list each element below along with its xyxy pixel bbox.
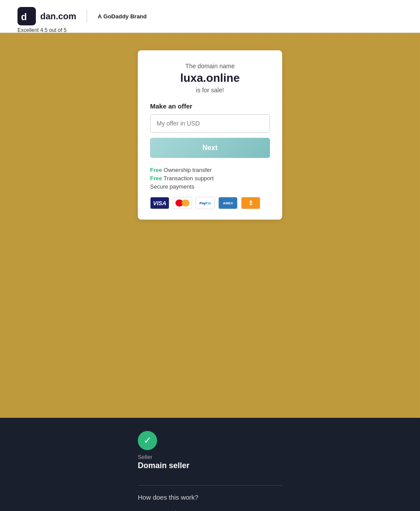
seller-name: Domain seller <box>138 461 282 470</box>
paypal-icon: PayPal <box>196 197 215 209</box>
main-section: The domain name luxa.online is for sale!… <box>0 33 420 418</box>
payment-methods: VISA PayPal AMEX ₿ <box>150 197 270 209</box>
benefit-1-text: Ownership transfer <box>164 167 212 173</box>
seller-area: ✓ Seller Domain seller <box>138 431 282 476</box>
free-tag-2: Free <box>150 175 162 182</box>
svg-text:d: d <box>21 11 27 22</box>
content-column: The domain name luxa.online is for sale!… <box>138 50 282 220</box>
next-button[interactable]: Next <box>150 138 270 158</box>
brand-suffix: Brand <box>130 13 147 20</box>
brand-name: GoDaddy <box>103 13 129 20</box>
how-works-title: How does this work? <box>138 494 282 501</box>
header: d dan.com A GoDaddy Brand Excellent 4.5 … <box>0 0 420 33</box>
benefit-transaction: Free Transaction support <box>150 175 270 182</box>
offer-label: Make an offer <box>150 102 270 110</box>
offer-input[interactable] <box>150 114 270 133</box>
benefit-2-text: Transaction support <box>164 175 214 182</box>
seller-label: Seller <box>138 454 282 460</box>
logo-area: d dan.com A GoDaddy Brand <box>18 7 147 25</box>
brand-prefix: A <box>98 13 102 20</box>
brand-separator <box>87 10 87 23</box>
visa-icon: VISA <box>150 197 169 209</box>
offer-card: The domain name luxa.online is for sale!… <box>138 50 282 220</box>
brand-label: A GoDaddy Brand <box>98 13 147 20</box>
amex-icon: AMEX <box>218 197 238 209</box>
benefits-list: Free Ownership transfer Free Transaction… <box>150 167 270 190</box>
domain-name: luxa.online <box>150 71 270 85</box>
bitcoin-icon: ₿ <box>241 197 260 209</box>
dan-logo-icon: d <box>18 7 36 25</box>
divider <box>138 485 282 486</box>
dark-section: ✓ Seller Domain seller How does this wor… <box>0 418 420 511</box>
mastercard-icon <box>173 197 192 209</box>
trustpilot-text: Excellent 4.5 out of 5 <box>18 27 66 33</box>
benefit-secure: Secure payments <box>150 183 270 190</box>
seller-badge: ✓ <box>138 431 157 450</box>
checkmark-icon: ✓ <box>144 435 151 446</box>
card-subtitle: The domain name <box>150 63 270 70</box>
benefit-ownership: Free Ownership transfer <box>150 167 270 173</box>
for-sale-text: is for sale! <box>150 87 270 94</box>
logo-text: dan.com <box>40 11 76 21</box>
dark-content: ✓ Seller Domain seller How does this wor… <box>138 431 282 511</box>
free-tag-1: Free <box>150 167 162 173</box>
